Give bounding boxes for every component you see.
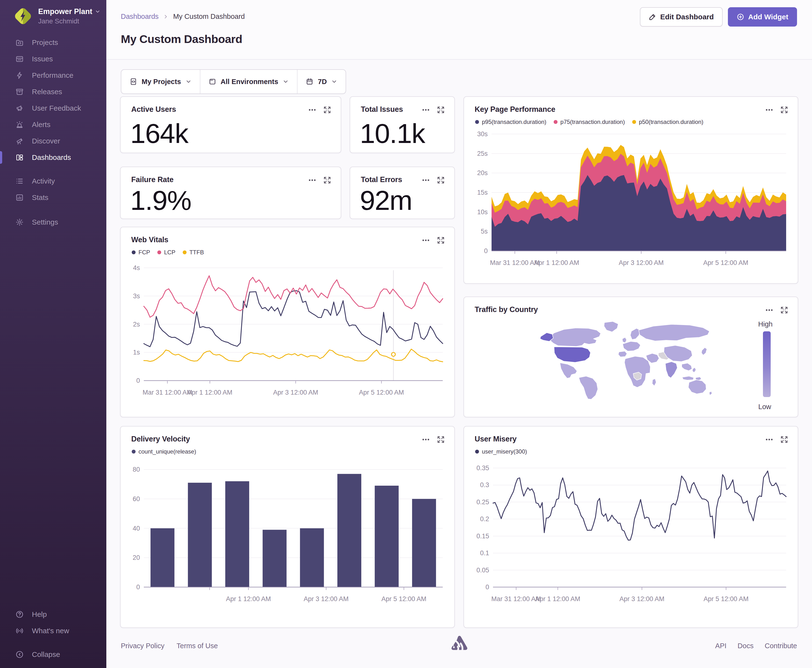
projects-icon xyxy=(15,38,24,47)
sidebar-item-settings[interactable]: Settings xyxy=(0,214,106,230)
ellipsis-icon[interactable] xyxy=(308,176,316,184)
sidebar-item-alerts[interactable]: Alerts xyxy=(0,117,106,133)
legend-dot xyxy=(183,250,187,254)
window-icon xyxy=(209,78,216,85)
map-gradient-legend xyxy=(763,331,771,397)
sidebar-bottom: Help What's new Collapse xyxy=(0,606,106,668)
dashboards-icon xyxy=(15,154,24,162)
expand-icon[interactable] xyxy=(780,436,788,443)
org-logo-icon xyxy=(13,7,32,26)
ellipsis-icon[interactable] xyxy=(765,306,773,314)
expand-icon[interactable] xyxy=(780,306,788,314)
legend-dot xyxy=(157,250,161,254)
breadcrumb-dashboards[interactable]: Dashboards xyxy=(121,13,159,20)
ellipsis-icon[interactable] xyxy=(308,106,316,114)
svg-text:Apr 5 12:00 AM: Apr 5 12:00 AM xyxy=(703,259,748,266)
edit-dashboard-button[interactable]: Edit Dashboard xyxy=(640,7,723,27)
sidebar-item-label: Issues xyxy=(32,55,53,63)
map-uk xyxy=(622,337,627,343)
user-misery-chart[interactable]: 00.050.10.150.20.250.30.35Mar 31 12:00 A… xyxy=(475,465,788,613)
project-file-icon xyxy=(129,78,137,85)
map-south-america xyxy=(579,376,598,399)
map-iberia xyxy=(618,351,627,357)
svg-text:Apr 1 12:00 AM: Apr 1 12:00 AM xyxy=(187,389,232,396)
expand-icon[interactable] xyxy=(323,106,331,114)
stat-value: 164k xyxy=(130,118,188,149)
project-filter[interactable]: My Projects xyxy=(121,70,200,94)
contribute-link[interactable]: Contribute xyxy=(765,642,797,650)
legend-dot xyxy=(554,120,558,124)
add-widget-button[interactable]: Add Widget xyxy=(728,7,797,27)
map-united-states xyxy=(554,347,590,362)
expand-icon[interactable] xyxy=(323,176,331,184)
web-vitals-chart[interactable]: 01s2s3s4sMar 31 12:00 AMApr 1 12:00 AMAp… xyxy=(131,264,445,405)
sidebar-item-stats[interactable]: Stats xyxy=(0,189,106,206)
svg-text:Apr 1 12:00 AM: Apr 1 12:00 AM xyxy=(535,595,580,603)
delivery-velocity-chart[interactable]: 020406080Apr 1 12:00 AMApr 3 12:00 AMApr… xyxy=(131,465,445,613)
sidebar-item-label: Help xyxy=(32,610,47,618)
ellipsis-icon[interactable] xyxy=(422,176,430,184)
sidebar-item-performance[interactable]: Performance xyxy=(0,67,106,84)
expand-icon[interactable] xyxy=(437,236,445,244)
ellipsis-icon[interactable] xyxy=(765,106,773,114)
sidebar-item-help[interactable]: Help xyxy=(0,606,106,623)
ellipsis-icon[interactable] xyxy=(765,436,773,443)
sidebar-item-projects[interactable]: Projects xyxy=(0,34,106,51)
expand-icon[interactable] xyxy=(437,106,445,114)
world-map[interactable] xyxy=(536,320,719,400)
map-india xyxy=(665,362,677,378)
terms-of-use-link[interactable]: Terms of Use xyxy=(177,642,218,650)
widget-failure-rate: Failure Rate 1.9% xyxy=(120,167,341,219)
sidebar-item-activity[interactable]: Activity xyxy=(0,173,106,189)
svg-text:0.15: 0.15 xyxy=(476,533,489,540)
legend-label: TTFB xyxy=(189,249,204,256)
date-range-filter[interactable]: 7D xyxy=(297,70,346,94)
date-range-label: 7D xyxy=(318,78,327,86)
user-feedback-icon xyxy=(15,104,24,112)
key-page-performance-chart[interactable]: 05s10s15s20s25s30sMar 31 12:00 AMApr 1 1… xyxy=(475,130,788,275)
ellipsis-icon[interactable] xyxy=(422,236,430,244)
expand-icon[interactable] xyxy=(437,436,445,443)
docs-link[interactable]: Docs xyxy=(738,642,753,650)
legend-label: p95(transaction.duration) xyxy=(482,119,546,125)
sidebar-item-label: Alerts xyxy=(32,120,50,129)
org-switcher[interactable]: Empower Plant Jane Schmidt xyxy=(13,7,100,26)
widget-title: Total Errors xyxy=(361,175,402,184)
environment-filter[interactable]: All Environments xyxy=(200,70,297,94)
expand-icon[interactable] xyxy=(780,106,788,114)
map-philippines xyxy=(692,367,696,372)
edit-dashboard-label: Edit Dashboard xyxy=(660,13,714,21)
sidebar-item-user-feedback[interactable]: User Feedback xyxy=(0,100,106,117)
map-madagascar xyxy=(652,379,656,386)
legend-dot xyxy=(475,450,479,454)
sidebar-item-issues[interactable]: Issues xyxy=(0,51,106,67)
sidebar-item-discover[interactable]: Discover xyxy=(0,133,106,149)
sidebar-item-whats-new[interactable]: What's new xyxy=(0,623,106,639)
expand-icon[interactable] xyxy=(437,176,445,184)
sidebar-item-collapse[interactable]: Collapse xyxy=(0,646,106,663)
alerts-icon xyxy=(15,120,24,129)
environment-filter-label: All Environments xyxy=(221,78,278,86)
widget-title: Failure Rate xyxy=(131,175,174,184)
settings-icon xyxy=(15,218,24,226)
widget-delivery-velocity: Delivery Velocity count_unique(release) … xyxy=(120,426,455,628)
map-australia xyxy=(688,380,706,394)
map-europe xyxy=(623,341,640,351)
ellipsis-icon[interactable] xyxy=(422,436,430,443)
activity-icon xyxy=(15,177,24,185)
svg-text:20s: 20s xyxy=(477,169,488,177)
sidebar-item-dashboards[interactable]: Dashboards xyxy=(0,149,106,166)
svg-text:5s: 5s xyxy=(481,228,488,235)
releases-icon xyxy=(15,88,24,96)
sidebar-item-releases[interactable]: Releases xyxy=(0,84,106,100)
ellipsis-icon[interactable] xyxy=(422,106,430,114)
svg-text:Apr 5 12:00 AM: Apr 5 12:00 AM xyxy=(381,595,426,603)
widget-title: Web Vitals xyxy=(131,235,168,244)
project-filter-label: My Projects xyxy=(142,78,181,86)
api-link[interactable]: API xyxy=(715,642,727,650)
svg-text:Apr 5 12:00 AM: Apr 5 12:00 AM xyxy=(359,389,404,396)
legend-dot xyxy=(475,120,479,124)
legend-dot xyxy=(132,450,136,454)
privacy-policy-link[interactable]: Privacy Policy xyxy=(121,642,164,650)
pencil-icon xyxy=(649,13,656,21)
